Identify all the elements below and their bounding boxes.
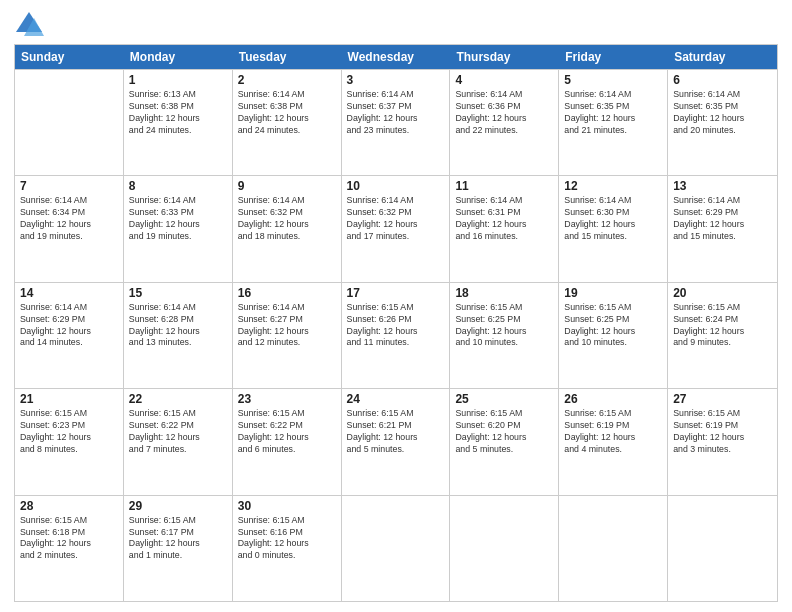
- day-info: Sunrise: 6:14 AM Sunset: 6:38 PM Dayligh…: [238, 89, 336, 137]
- calendar-cell: 2Sunrise: 6:14 AM Sunset: 6:38 PM Daylig…: [233, 70, 342, 175]
- calendar-cell: 4Sunrise: 6:14 AM Sunset: 6:36 PM Daylig…: [450, 70, 559, 175]
- day-info: Sunrise: 6:14 AM Sunset: 6:27 PM Dayligh…: [238, 302, 336, 350]
- calendar-row-2: 14Sunrise: 6:14 AM Sunset: 6:29 PM Dayli…: [15, 282, 777, 388]
- day-info: Sunrise: 6:15 AM Sunset: 6:18 PM Dayligh…: [20, 515, 118, 563]
- day-number: 19: [564, 286, 662, 300]
- day-info: Sunrise: 6:15 AM Sunset: 6:24 PM Dayligh…: [673, 302, 772, 350]
- calendar-cell: 8Sunrise: 6:14 AM Sunset: 6:33 PM Daylig…: [124, 176, 233, 281]
- calendar-cell: [342, 496, 451, 601]
- day-info: Sunrise: 6:15 AM Sunset: 6:21 PM Dayligh…: [347, 408, 445, 456]
- header-day-sunday: Sunday: [15, 45, 124, 69]
- day-info: Sunrise: 6:14 AM Sunset: 6:32 PM Dayligh…: [238, 195, 336, 243]
- calendar-cell: 16Sunrise: 6:14 AM Sunset: 6:27 PM Dayli…: [233, 283, 342, 388]
- day-info: Sunrise: 6:14 AM Sunset: 6:34 PM Dayligh…: [20, 195, 118, 243]
- day-number: 5: [564, 73, 662, 87]
- day-info: Sunrise: 6:15 AM Sunset: 6:19 PM Dayligh…: [564, 408, 662, 456]
- day-number: 15: [129, 286, 227, 300]
- calendar-cell: 23Sunrise: 6:15 AM Sunset: 6:22 PM Dayli…: [233, 389, 342, 494]
- calendar-cell: [15, 70, 124, 175]
- header-day-monday: Monday: [124, 45, 233, 69]
- calendar-cell: 9Sunrise: 6:14 AM Sunset: 6:32 PM Daylig…: [233, 176, 342, 281]
- page: SundayMondayTuesdayWednesdayThursdayFrid…: [0, 0, 792, 612]
- calendar-cell: 21Sunrise: 6:15 AM Sunset: 6:23 PM Dayli…: [15, 389, 124, 494]
- calendar-row-1: 7Sunrise: 6:14 AM Sunset: 6:34 PM Daylig…: [15, 175, 777, 281]
- day-info: Sunrise: 6:14 AM Sunset: 6:28 PM Dayligh…: [129, 302, 227, 350]
- header: [14, 10, 778, 38]
- day-info: Sunrise: 6:13 AM Sunset: 6:38 PM Dayligh…: [129, 89, 227, 137]
- calendar-cell: 30Sunrise: 6:15 AM Sunset: 6:16 PM Dayli…: [233, 496, 342, 601]
- day-info: Sunrise: 6:14 AM Sunset: 6:30 PM Dayligh…: [564, 195, 662, 243]
- logo-icon: [14, 10, 44, 38]
- day-info: Sunrise: 6:14 AM Sunset: 6:32 PM Dayligh…: [347, 195, 445, 243]
- calendar-cell: [559, 496, 668, 601]
- calendar-cell: 6Sunrise: 6:14 AM Sunset: 6:35 PM Daylig…: [668, 70, 777, 175]
- calendar-cell: 18Sunrise: 6:15 AM Sunset: 6:25 PM Dayli…: [450, 283, 559, 388]
- day-info: Sunrise: 6:14 AM Sunset: 6:29 PM Dayligh…: [20, 302, 118, 350]
- calendar-cell: 17Sunrise: 6:15 AM Sunset: 6:26 PM Dayli…: [342, 283, 451, 388]
- day-number: 4: [455, 73, 553, 87]
- calendar-cell: 10Sunrise: 6:14 AM Sunset: 6:32 PM Dayli…: [342, 176, 451, 281]
- header-day-wednesday: Wednesday: [342, 45, 451, 69]
- day-number: 20: [673, 286, 772, 300]
- day-number: 2: [238, 73, 336, 87]
- calendar-cell: 27Sunrise: 6:15 AM Sunset: 6:19 PM Dayli…: [668, 389, 777, 494]
- calendar-header: SundayMondayTuesdayWednesdayThursdayFrid…: [15, 45, 777, 69]
- day-number: 27: [673, 392, 772, 406]
- day-number: 11: [455, 179, 553, 193]
- calendar-cell: 29Sunrise: 6:15 AM Sunset: 6:17 PM Dayli…: [124, 496, 233, 601]
- calendar-row-4: 28Sunrise: 6:15 AM Sunset: 6:18 PM Dayli…: [15, 495, 777, 601]
- calendar-cell: 28Sunrise: 6:15 AM Sunset: 6:18 PM Dayli…: [15, 496, 124, 601]
- day-number: 25: [455, 392, 553, 406]
- day-info: Sunrise: 6:15 AM Sunset: 6:26 PM Dayligh…: [347, 302, 445, 350]
- day-info: Sunrise: 6:15 AM Sunset: 6:20 PM Dayligh…: [455, 408, 553, 456]
- calendar-cell: 1Sunrise: 6:13 AM Sunset: 6:38 PM Daylig…: [124, 70, 233, 175]
- day-info: Sunrise: 6:15 AM Sunset: 6:23 PM Dayligh…: [20, 408, 118, 456]
- day-number: 26: [564, 392, 662, 406]
- calendar-cell: 26Sunrise: 6:15 AM Sunset: 6:19 PM Dayli…: [559, 389, 668, 494]
- day-number: 7: [20, 179, 118, 193]
- calendar-cell: 7Sunrise: 6:14 AM Sunset: 6:34 PM Daylig…: [15, 176, 124, 281]
- day-number: 22: [129, 392, 227, 406]
- day-info: Sunrise: 6:15 AM Sunset: 6:25 PM Dayligh…: [455, 302, 553, 350]
- calendar-cell: 5Sunrise: 6:14 AM Sunset: 6:35 PM Daylig…: [559, 70, 668, 175]
- day-info: Sunrise: 6:14 AM Sunset: 6:37 PM Dayligh…: [347, 89, 445, 137]
- header-day-friday: Friday: [559, 45, 668, 69]
- day-number: 12: [564, 179, 662, 193]
- calendar-cell: 3Sunrise: 6:14 AM Sunset: 6:37 PM Daylig…: [342, 70, 451, 175]
- day-info: Sunrise: 6:14 AM Sunset: 6:31 PM Dayligh…: [455, 195, 553, 243]
- day-number: 9: [238, 179, 336, 193]
- day-number: 28: [20, 499, 118, 513]
- day-info: Sunrise: 6:15 AM Sunset: 6:25 PM Dayligh…: [564, 302, 662, 350]
- day-info: Sunrise: 6:14 AM Sunset: 6:33 PM Dayligh…: [129, 195, 227, 243]
- calendar-cell: 13Sunrise: 6:14 AM Sunset: 6:29 PM Dayli…: [668, 176, 777, 281]
- calendar-cell: 20Sunrise: 6:15 AM Sunset: 6:24 PM Dayli…: [668, 283, 777, 388]
- day-number: 18: [455, 286, 553, 300]
- calendar-body: 1Sunrise: 6:13 AM Sunset: 6:38 PM Daylig…: [15, 69, 777, 601]
- calendar-row-0: 1Sunrise: 6:13 AM Sunset: 6:38 PM Daylig…: [15, 69, 777, 175]
- day-info: Sunrise: 6:15 AM Sunset: 6:17 PM Dayligh…: [129, 515, 227, 563]
- day-info: Sunrise: 6:15 AM Sunset: 6:22 PM Dayligh…: [238, 408, 336, 456]
- day-number: 21: [20, 392, 118, 406]
- day-number: 14: [20, 286, 118, 300]
- calendar-cell: 24Sunrise: 6:15 AM Sunset: 6:21 PM Dayli…: [342, 389, 451, 494]
- calendar: SundayMondayTuesdayWednesdayThursdayFrid…: [14, 44, 778, 602]
- calendar-cell: 12Sunrise: 6:14 AM Sunset: 6:30 PM Dayli…: [559, 176, 668, 281]
- calendar-cell: 19Sunrise: 6:15 AM Sunset: 6:25 PM Dayli…: [559, 283, 668, 388]
- day-info: Sunrise: 6:15 AM Sunset: 6:22 PM Dayligh…: [129, 408, 227, 456]
- calendar-cell: 22Sunrise: 6:15 AM Sunset: 6:22 PM Dayli…: [124, 389, 233, 494]
- day-number: 17: [347, 286, 445, 300]
- day-number: 1: [129, 73, 227, 87]
- day-number: 13: [673, 179, 772, 193]
- header-day-tuesday: Tuesday: [233, 45, 342, 69]
- day-info: Sunrise: 6:14 AM Sunset: 6:35 PM Dayligh…: [673, 89, 772, 137]
- calendar-cell: 11Sunrise: 6:14 AM Sunset: 6:31 PM Dayli…: [450, 176, 559, 281]
- day-info: Sunrise: 6:14 AM Sunset: 6:29 PM Dayligh…: [673, 195, 772, 243]
- day-info: Sunrise: 6:14 AM Sunset: 6:35 PM Dayligh…: [564, 89, 662, 137]
- day-number: 23: [238, 392, 336, 406]
- calendar-cell: 25Sunrise: 6:15 AM Sunset: 6:20 PM Dayli…: [450, 389, 559, 494]
- header-day-thursday: Thursday: [450, 45, 559, 69]
- day-info: Sunrise: 6:15 AM Sunset: 6:16 PM Dayligh…: [238, 515, 336, 563]
- calendar-cell: 15Sunrise: 6:14 AM Sunset: 6:28 PM Dayli…: [124, 283, 233, 388]
- day-info: Sunrise: 6:15 AM Sunset: 6:19 PM Dayligh…: [673, 408, 772, 456]
- day-number: 29: [129, 499, 227, 513]
